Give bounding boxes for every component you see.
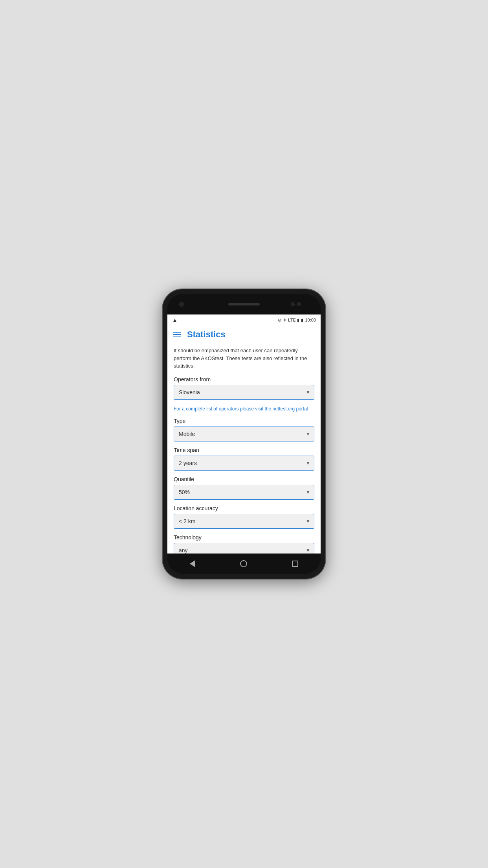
speaker bbox=[228, 303, 260, 305]
status-bar-right: ⊙ ✳ LTE ▮ ▮ 10:00 bbox=[278, 318, 316, 323]
recents-button[interactable] bbox=[292, 561, 298, 567]
operators-field: Slovenia Austria Germany Other ▼ bbox=[174, 385, 314, 400]
operators-select[interactable]: Slovenia Austria Germany Other bbox=[174, 385, 314, 400]
quantile-field: 50% 25% 75% 90% ▼ bbox=[174, 485, 314, 500]
app-content: Statistics It should be emphasized that … bbox=[167, 326, 321, 554]
quantile-label: Quantile bbox=[174, 476, 314, 482]
bluetooth-icon: ✳ bbox=[283, 318, 286, 323]
status-bar-left: ▲ bbox=[172, 317, 178, 323]
time-span-field: 2 years 1 year 6 months 3 months ▼ bbox=[174, 456, 314, 471]
clock: 10:00 bbox=[305, 318, 316, 322]
status-bar: ▲ ⊙ ✳ LTE ▮ ▮ 10:00 bbox=[167, 314, 321, 326]
back-icon bbox=[190, 560, 195, 567]
bottom-nav-bar bbox=[167, 554, 321, 574]
type-select[interactable]: Mobile Fixed WiFi bbox=[174, 427, 314, 441]
scroll-content: It should be emphasized that each user c… bbox=[167, 344, 321, 554]
quantile-select[interactable]: 50% 25% 75% 90% bbox=[174, 485, 314, 500]
portal-link[interactable]: For a complete list of operators please … bbox=[174, 405, 314, 412]
screen: ▲ ⊙ ✳ LTE ▮ ▮ 10:00 bbox=[167, 314, 321, 554]
back-button[interactable] bbox=[190, 560, 195, 567]
wifi-icon: ▲ bbox=[172, 317, 178, 323]
battery-icon: ▮ bbox=[301, 318, 303, 323]
recents-icon bbox=[292, 561, 298, 567]
description-text: It should be emphasized that each user c… bbox=[174, 347, 314, 370]
technology-field: any 4G 3G 2G ▼ bbox=[174, 543, 314, 554]
type-label: Type bbox=[174, 418, 314, 424]
signal-icon: ▮ bbox=[297, 318, 299, 323]
toolbar: Statistics bbox=[167, 326, 321, 344]
location-accuracy-field: < 2 km < 1 km < 500 m ▼ bbox=[174, 514, 314, 529]
home-icon bbox=[240, 560, 247, 567]
hamburger-menu-icon[interactable] bbox=[173, 332, 181, 337]
phone-inner: ▲ ⊙ ✳ LTE ▮ ▮ 10:00 bbox=[167, 294, 321, 574]
camera-left-icon bbox=[179, 302, 184, 307]
time-span-select[interactable]: 2 years 1 year 6 months 3 months bbox=[174, 456, 314, 471]
page-title: Statistics bbox=[187, 329, 226, 340]
home-button[interactable] bbox=[240, 560, 247, 567]
location-accuracy-select[interactable]: < 2 km < 1 km < 500 m bbox=[174, 514, 314, 529]
location-icon: ⊙ bbox=[278, 318, 281, 323]
camera-dot-1 bbox=[291, 302, 295, 306]
time-span-label: Time span bbox=[174, 447, 314, 453]
top-bezel bbox=[167, 294, 321, 314]
type-field: Mobile Fixed WiFi ▼ bbox=[174, 427, 314, 441]
phone-device: ▲ ⊙ ✳ LTE ▮ ▮ 10:00 bbox=[163, 289, 325, 579]
lte-icon: LTE bbox=[288, 318, 295, 322]
location-accuracy-label: Location accuracy bbox=[174, 505, 314, 511]
camera-dot-2 bbox=[297, 302, 301, 306]
camera-right bbox=[291, 302, 301, 306]
operators-label: Operators from bbox=[174, 376, 314, 383]
technology-select[interactable]: any 4G 3G 2G bbox=[174, 543, 314, 554]
technology-label: Technology bbox=[174, 534, 314, 541]
